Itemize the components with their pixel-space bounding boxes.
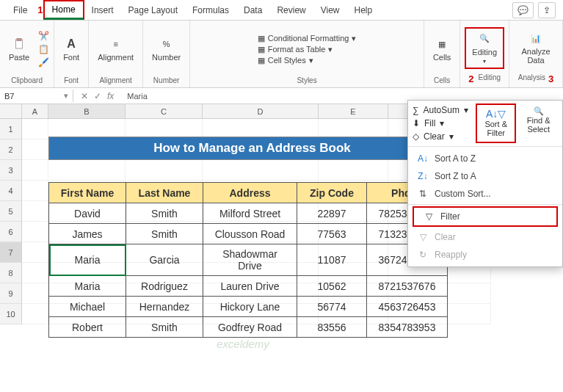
number-label: Number: [152, 53, 181, 62]
menu-sort-az[interactable]: A↓Sort A to Z: [408, 150, 562, 167]
analyze-button[interactable]: 📊Analyze Data: [514, 29, 558, 66]
custom-sort-label: Custom Sort...: [435, 189, 491, 199]
sort-filter-button[interactable]: A↓▽ Sort & Filter: [476, 104, 517, 143]
group-number: %Number Number: [143, 21, 190, 87]
font-icon: A: [64, 37, 79, 51]
group-cells: ▦Cells Cells: [424, 21, 460, 87]
group-styles: ▦Conditional Formatting ▾ ▦Format as Tab…: [190, 21, 424, 87]
fill-icon: ⬇: [413, 118, 420, 128]
clear-filter-label: Clear: [435, 232, 456, 242]
tab-file[interactable]: File: [6, 2, 34, 18]
editing-group-label-row: 2 Editing: [468, 72, 501, 86]
custom-sort-icon: ⇅: [417, 189, 429, 199]
sort-az-label: Sort A to Z: [435, 153, 476, 164]
row-header-1[interactable]: 1: [0, 119, 22, 139]
row-header-2[interactable]: 2: [0, 139, 22, 160]
fx-icon[interactable]: fx: [107, 91, 114, 101]
search-icon: 🔍: [477, 32, 492, 46]
cells-button[interactable]: ▦Cells: [429, 35, 455, 63]
menu-sort-za[interactable]: Z↓Sort Z to A: [408, 167, 562, 185]
sort-filter-menu: A↓Sort A to Z Z↓Sort Z to A ⇅Custom Sort…: [408, 147, 562, 266]
alignment-group-label: Alignment: [99, 75, 131, 86]
cells-icon: ▦: [435, 37, 449, 51]
row-header-9[interactable]: 9: [0, 283, 22, 304]
row-header-3[interactable]: 3: [0, 160, 22, 181]
row-header-7[interactable]: 7: [0, 242, 22, 263]
enter-icon[interactable]: ✓: [94, 91, 101, 101]
title-banner: How to Manage an Address Book: [48, 137, 456, 160]
autosum-button[interactable]: ∑AutoSum ▾: [413, 105, 468, 115]
tab-review[interactable]: Review: [269, 2, 313, 18]
ribbon: Paste ✂️ 📋 🖌️ Clipboard AFont Font ≡Alig…: [0, 21, 563, 88]
th-last-name[interactable]: Last Name: [126, 183, 203, 203]
cells-label: Cells: [433, 53, 451, 62]
font-button[interactable]: AFont: [59, 35, 84, 63]
cell-styles-icon: ▦: [258, 56, 265, 65]
format-as-table-button[interactable]: ▦Format as Table ▾: [258, 45, 357, 54]
annotation-3: 3: [548, 73, 553, 84]
copy-icon[interactable]: 📋: [38, 44, 49, 54]
tab-home[interactable]: Home: [43, 0, 84, 20]
row-header-4[interactable]: 4: [0, 181, 22, 201]
th-first-name[interactable]: First Name: [49, 183, 126, 203]
comments-icon[interactable]: 💬: [512, 2, 534, 18]
clear-filter-icon: ▽: [417, 232, 429, 242]
clear-button[interactable]: ◇Clear ▾: [413, 131, 468, 142]
find-select-button[interactable]: 🔍 Find & Select: [517, 104, 559, 143]
tab-insert[interactable]: Insert: [84, 2, 121, 18]
th-zip[interactable]: Zip Code: [297, 183, 367, 203]
editing-popup: ∑AutoSum ▾ ⬇Fill ▾ ◇Clear ▾ A↓▽ Sort & F…: [407, 100, 563, 267]
tab-page-layout[interactable]: Page Layout: [121, 2, 185, 18]
editing-button[interactable]: 🔍Editing▾: [468, 30, 501, 66]
number-icon: %: [159, 37, 174, 51]
alignment-button[interactable]: ≡Alignment: [93, 35, 138, 63]
filter-icon: ▽: [423, 211, 435, 222]
ribbon-tabs: File 1 Home Insert Page Layout Formulas …: [0, 0, 563, 21]
name-box[interactable]: B7▾: [0, 90, 73, 102]
col-header-c[interactable]: C: [126, 104, 203, 118]
number-button[interactable]: %Number: [148, 35, 185, 63]
cell-styles-button[interactable]: ▦Cell Styles ▾: [258, 56, 357, 65]
number-group-label: Number: [153, 75, 180, 86]
th-address[interactable]: Address: [203, 183, 297, 203]
reapply-icon: ↻: [417, 250, 429, 260]
menu-custom-sort[interactable]: ⇅Custom Sort...: [408, 185, 562, 203]
format-painter-icon[interactable]: 🖌️: [38, 57, 49, 68]
group-font: AFont Font: [54, 21, 89, 87]
table-row: MariaRodriguezLauren Drive10562872153767…: [49, 276, 448, 297]
col-header-a[interactable]: A: [22, 104, 48, 118]
tab-data[interactable]: Data: [236, 2, 269, 18]
find-select-label: Find & Select: [522, 116, 555, 134]
tab-view[interactable]: View: [313, 2, 347, 18]
tab-help[interactable]: Help: [347, 2, 380, 18]
editing-label: Editing: [472, 48, 497, 57]
group-analysis: 📊Analyze Data Analysis 3: [509, 21, 563, 87]
conditional-formatting-button[interactable]: ▦Conditional Formatting ▾: [258, 34, 357, 43]
tab-formulas[interactable]: Formulas: [185, 2, 236, 18]
sort-filter-icon: A↓▽: [486, 108, 506, 120]
cancel-icon[interactable]: ✕: [81, 91, 88, 101]
sort-za-label: Sort Z to A: [435, 171, 476, 181]
analyze-label: Analyze Data: [518, 47, 553, 65]
row-header-10[interactable]: 10: [0, 304, 22, 324]
row-header-8[interactable]: 8: [0, 263, 22, 283]
format-table-label: Format as Table: [268, 45, 326, 54]
menu-filter[interactable]: ▽Filter: [413, 206, 558, 227]
paste-button[interactable]: Paste: [4, 35, 34, 63]
sort-filter-label: Sort & Filter: [482, 120, 511, 137]
cell-styles-label: Cell Styles: [268, 56, 306, 65]
col-header-b[interactable]: B: [48, 104, 126, 118]
paste-label: Paste: [9, 53, 29, 62]
fill-button[interactable]: ⬇Fill ▾: [413, 118, 468, 128]
row-header-6[interactable]: 6: [0, 222, 22, 242]
editing-group-label: Editing: [479, 73, 501, 84]
share-icon[interactable]: ⇪: [538, 2, 556, 18]
select-all-corner[interactable]: [0, 104, 22, 118]
col-header-e[interactable]: E: [319, 104, 388, 118]
alignment-icon: ≡: [109, 37, 123, 51]
cut-icon[interactable]: ✂️: [38, 31, 49, 41]
col-header-d[interactable]: D: [203, 104, 319, 118]
analysis-group-label-row: Analysis 3: [518, 72, 553, 86]
row-header-5[interactable]: 5: [0, 201, 22, 222]
name-box-value: B7: [4, 92, 14, 101]
